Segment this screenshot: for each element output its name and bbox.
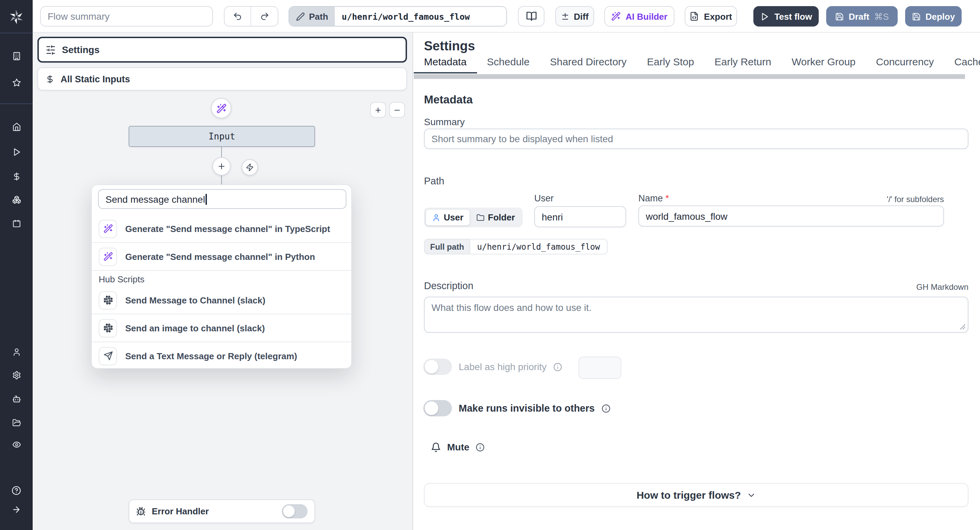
home-icon <box>12 122 21 131</box>
flow-path-value[interactable]: u/henri/world_famous_flow <box>335 7 506 26</box>
nav-audit-logs[interactable] <box>8 436 24 452</box>
trigger-help-accordion[interactable]: How to trigger flows? <box>424 483 969 507</box>
priority-value-input[interactable] <box>579 357 621 379</box>
nav-workers[interactable] <box>8 390 24 407</box>
windmill-logo[interactable] <box>8 9 24 25</box>
sliders-icon <box>46 44 56 55</box>
high-priority-row: Label as high priority <box>423 359 562 375</box>
path-group: Path u/henri/world_famous_flow <box>288 6 507 27</box>
export-button[interactable]: Export <box>685 6 737 27</box>
tab-worker-group[interactable]: Worker Group <box>781 56 865 73</box>
redo-button[interactable] <box>251 7 278 26</box>
folder-icon <box>476 213 485 221</box>
nav-schedules[interactable] <box>8 215 24 231</box>
markdown-hint: GH Markdown <box>832 282 969 292</box>
tab-early-stop[interactable]: Early Stop <box>637 56 704 73</box>
step-search-input[interactable]: Send message channel <box>98 189 347 209</box>
tab-early-return[interactable]: Early Return <box>705 56 782 73</box>
text-cursor <box>206 194 207 205</box>
result-generate-python[interactable]: Generate "Send message channel" in Pytho… <box>92 243 351 270</box>
description-textarea[interactable]: What this flow does and how to use it. <box>424 297 969 333</box>
tab-concurrency[interactable]: Concurrency <box>865 56 944 73</box>
nav-expand-sidebar[interactable] <box>8 501 24 518</box>
nav-resources[interactable] <box>8 191 24 208</box>
summary-input[interactable]: Short summary to be displayed when liste… <box>424 129 969 149</box>
save-draft-button[interactable]: Draft ⌘S <box>826 6 898 27</box>
path-user-input[interactable]: henri <box>534 206 626 227</box>
nav-favorites[interactable] <box>8 74 24 90</box>
input-node[interactable]: Input <box>129 126 315 147</box>
draft-shortcut: ⌘S <box>874 11 889 21</box>
result-telegram-send-message[interactable]: Send a Text Message or Reply (telegram) <box>92 342 351 370</box>
resize-handle-icon[interactable] <box>959 324 966 330</box>
result-label: Generate "Send message channel" in Pytho… <box>125 251 315 262</box>
owner-kind-user-button[interactable]: User <box>425 209 470 226</box>
invisible-runs-toggle[interactable] <box>423 400 452 416</box>
ai-flow-builder-button[interactable] <box>211 98 231 118</box>
ai-builder-button[interactable]: AI Builder <box>605 6 675 27</box>
error-handler-toggle[interactable] <box>282 504 308 519</box>
tab-schedule[interactable]: Schedule <box>477 56 540 73</box>
play-icon <box>12 147 21 156</box>
boxes-icon <box>12 195 21 204</box>
nav-workspace[interactable] <box>8 48 24 64</box>
arrow-right-icon <box>11 505 21 514</box>
building-icon <box>12 51 21 60</box>
rail-divider-mid <box>0 103 33 104</box>
nav-users[interactable] <box>8 344 24 360</box>
bug-icon <box>136 506 146 516</box>
high-priority-label: Label as high priority <box>459 361 546 372</box>
nav-variables[interactable] <box>8 168 24 184</box>
tab-cache[interactable]: Cache <box>944 56 980 73</box>
flow-settings-node[interactable]: Settings <box>37 37 407 63</box>
edit-path-button[interactable]: Path <box>289 7 335 26</box>
flow-settings-panel: Settings Metadata Schedule Shared Direct… <box>412 33 980 530</box>
tab-metadata[interactable]: Metadata <box>414 56 477 73</box>
book-open-icon <box>526 11 537 22</box>
save-icon <box>912 12 921 21</box>
add-trigger-button[interactable] <box>242 159 258 176</box>
undo-redo-group <box>224 6 278 27</box>
tabs-scrollbar[interactable] <box>414 74 965 79</box>
nav-home[interactable] <box>8 118 24 135</box>
docs-button[interactable] <box>518 6 544 27</box>
result-slack-send-message[interactable]: Send Message to Channel (slack) <box>92 286 351 314</box>
path-user-label: User <box>534 193 554 203</box>
zoom-in-button[interactable]: + <box>370 102 386 118</box>
high-priority-toggle[interactable] <box>423 359 452 375</box>
add-step-button[interactable] <box>212 157 231 176</box>
static-inputs-node[interactable]: All Static Inputs <box>37 67 407 90</box>
info-icon <box>476 443 484 451</box>
star-icon <box>12 78 21 87</box>
help-circle-icon <box>11 486 21 495</box>
app: Flow summary Path u/henri/world_famous_f… <box>0 0 980 530</box>
flow-summary-input[interactable]: Flow summary <box>40 6 213 27</box>
result-slack-send-image[interactable]: Send an image to channel (slack) <box>92 314 351 341</box>
user-icon <box>432 213 440 221</box>
required-asterisk: * <box>666 193 669 203</box>
owner-kind-folder-button[interactable]: Folder <box>470 209 521 226</box>
eye-icon <box>12 440 21 449</box>
result-generate-typescript[interactable]: Generate "Send message channel" in TypeS… <box>92 215 351 242</box>
error-handler-node[interactable]: Error Handler <box>129 499 315 523</box>
dollar-icon <box>12 172 21 181</box>
robot-icon <box>12 394 21 403</box>
nav-settings[interactable] <box>8 367 24 383</box>
nav-folders[interactable] <box>8 414 24 431</box>
hub-scripts-section-label: Hub Scripts <box>99 274 144 284</box>
path-name-input[interactable]: world_famous_flow <box>638 205 944 227</box>
static-inputs-label: All Static Inputs <box>60 74 130 84</box>
test-flow-button[interactable]: Test flow <box>753 6 819 27</box>
zoom-out-button[interactable]: − <box>389 102 405 118</box>
result-label: Send Message to Channel (slack) <box>125 295 266 305</box>
test-flow-label: Test flow <box>775 11 812 21</box>
slack-icon <box>99 291 117 309</box>
nav-runs[interactable] <box>8 144 24 160</box>
plus-icon <box>217 162 226 171</box>
undo-button[interactable] <box>224 7 251 26</box>
nav-help[interactable] <box>8 482 24 499</box>
wand-sparkles-icon <box>611 11 621 21</box>
deploy-button[interactable]: Deploy <box>905 6 962 27</box>
tab-shared-directory[interactable]: Shared Directory <box>540 56 637 73</box>
diff-button[interactable]: Diff <box>555 6 594 27</box>
